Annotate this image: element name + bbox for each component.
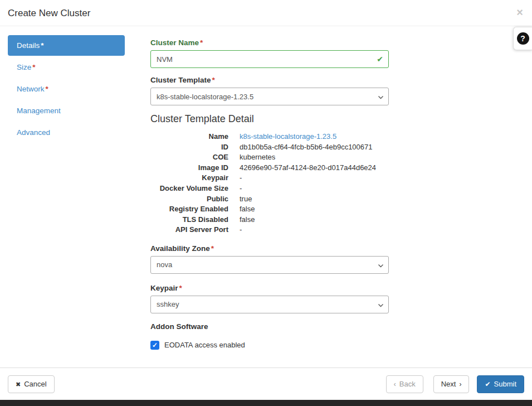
required-asterisk: *: [212, 76, 215, 84]
back-button-label: Back: [399, 380, 416, 389]
required-asterisk: *: [200, 38, 203, 47]
back-button[interactable]: ‹ Back: [386, 375, 423, 393]
cluster-name-field-wrap: ✔: [150, 50, 389, 68]
detail-row: COE kubernetes: [150, 152, 389, 163]
detail-row: Image ID 42696e90-57af-4124-8e20-d017a44…: [150, 163, 389, 173]
page-background-strip: [0, 400, 532, 406]
selected-value: nova: [157, 260, 172, 269]
detail-value: false: [240, 215, 389, 225]
close-icon[interactable]: ×: [516, 7, 523, 18]
chevron-down-icon: [378, 302, 384, 310]
detail-row: Docker Volume Size -: [150, 183, 389, 194]
help-icon: ?: [517, 32, 529, 45]
availability-zone-select[interactable]: nova: [150, 256, 389, 274]
detail-label: Image ID: [150, 163, 240, 173]
chevron-down-icon: [378, 94, 384, 102]
label-text: Keypair: [150, 284, 178, 292]
form-main: Cluster Name* ✔ Cluster Template* k8s-st…: [150, 35, 389, 361]
keypair-label: Keypair*: [150, 284, 389, 292]
modal-body: Details* Size* Network* Management Advan…: [0, 26, 532, 361]
detail-label: Docker Volume Size: [150, 183, 240, 194]
detail-label: Name: [150, 132, 240, 142]
page-title: Create New Cluster: [8, 8, 90, 18]
sidebar-item-size[interactable]: Size*: [8, 57, 125, 78]
availability-zone-label: Availability Zone*: [150, 244, 389, 253]
sidebar-item-label: Details: [17, 41, 40, 50]
detail-label: COE: [150, 152, 240, 163]
selected-value: sshkey: [157, 300, 179, 308]
detail-value-link[interactable]: k8s-stable-localstorage-1.23.5: [240, 132, 389, 142]
detail-label: Keypair: [150, 173, 240, 183]
detail-value: 42696e90-57af-4124-8e20-d017a44d6e24: [240, 163, 389, 173]
detail-label: Registry Enabled: [150, 204, 240, 215]
addon-software-label: Addon Software: [150, 322, 389, 331]
detail-row: Registry Enabled false: [150, 204, 389, 215]
modal-footer: ✖ Cancel ‹ Back Next › ✔ Submit: [0, 368, 532, 400]
sidebar-item-label: Network: [17, 85, 45, 93]
help-button[interactable]: ?: [513, 27, 532, 50]
detail-row: TLS Disabled false: [150, 215, 389, 225]
next-chevron-icon: ›: [459, 380, 461, 389]
cluster-template-select[interactable]: k8s-stable-localstorage-1.23.5: [150, 88, 389, 105]
submit-check-icon: ✔: [485, 380, 490, 389]
required-asterisk: *: [41, 41, 43, 50]
submit-button[interactable]: ✔ Submit: [477, 375, 524, 393]
required-asterisk: *: [46, 85, 48, 93]
label-text: Availability Zone: [150, 244, 210, 253]
sidebar-item-network[interactable]: Network*: [8, 79, 125, 99]
cancel-x-icon: ✖: [16, 380, 21, 389]
template-detail-list: Name k8s-stable-localstorage-1.23.5 ID d…: [150, 132, 389, 235]
detail-value: false: [240, 204, 389, 215]
submit-button-label: Submit: [494, 380, 516, 389]
detail-label: Public: [150, 194, 240, 205]
detail-value: kubernetes: [240, 152, 389, 163]
required-asterisk: *: [32, 63, 35, 71]
next-button[interactable]: Next ›: [433, 375, 470, 393]
cluster-template-label: Cluster Template*: [150, 76, 389, 84]
detail-row: Name k8s-stable-localstorage-1.23.5: [150, 132, 389, 142]
next-button-label: Next: [441, 380, 456, 389]
detail-value: -: [240, 183, 389, 194]
cluster-name-input[interactable]: [150, 50, 389, 68]
sidebar-item-details[interactable]: Details*: [8, 35, 125, 56]
detail-row: ID db1b0b5a-cf64-4fcb-b5b6-4eb9cc100671: [150, 142, 389, 153]
detail-row: API Server Port -: [150, 225, 389, 235]
checkbox-checked[interactable]: ✓: [150, 341, 159, 350]
eodata-checkbox-row[interactable]: ✓ EODATA access enabled: [150, 341, 389, 350]
template-detail-heading: Cluster Template Detail: [150, 113, 389, 125]
sidebar-item-management[interactable]: Management: [8, 100, 125, 121]
sidebar-item-label: Size: [17, 63, 31, 71]
selected-value: k8s-stable-localstorage-1.23.5: [157, 93, 253, 101]
sidebar-item-advanced[interactable]: Advanced: [8, 122, 125, 143]
check-icon: ✓: [152, 341, 158, 350]
detail-value: db1b0b5a-cf64-4fcb-b5b6-4eb9cc100671: [240, 142, 389, 153]
chevron-down-icon: [378, 262, 384, 270]
cancel-button-label: Cancel: [24, 380, 46, 389]
required-asterisk: *: [211, 244, 214, 253]
detail-label: TLS Disabled: [150, 215, 240, 225]
valid-check-icon: ✔: [377, 54, 383, 64]
required-asterisk: *: [179, 284, 182, 292]
label-text: Cluster Name: [150, 38, 199, 47]
back-chevron-icon: ‹: [394, 380, 396, 389]
detail-value: true: [240, 194, 389, 205]
detail-row: Keypair -: [150, 173, 389, 183]
keypair-select[interactable]: sshkey: [150, 296, 389, 313]
cluster-name-label: Cluster Name*: [150, 38, 389, 47]
sidebar-item-label: Advanced: [17, 128, 50, 137]
detail-label: API Server Port: [150, 225, 240, 235]
detail-value: -: [240, 173, 389, 183]
sidebar-item-label: Management: [17, 107, 61, 115]
cancel-button[interactable]: ✖ Cancel: [8, 375, 55, 393]
modal-header: Create New Cluster ×: [0, 0, 532, 26]
detail-label: ID: [150, 142, 240, 153]
checkbox-label: EODATA access enabled: [164, 341, 245, 349]
wizard-nav: Details* Size* Network* Management Advan…: [8, 35, 125, 361]
detail-row: Public true: [150, 194, 389, 205]
label-text: Cluster Template: [150, 76, 211, 84]
detail-value: -: [240, 225, 389, 235]
